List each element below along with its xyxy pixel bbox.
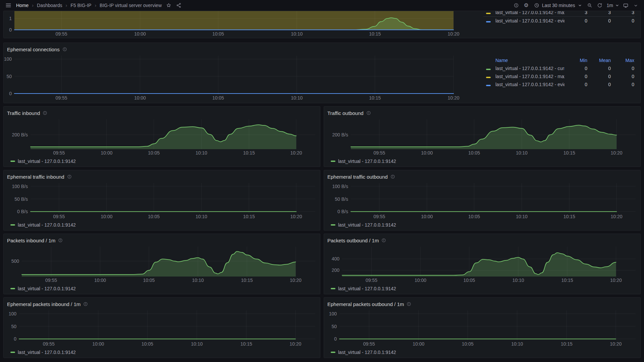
x-tick-label: 10:00: [134, 31, 146, 37]
ephemeral-traffic-outbound-panel: Ephemeral traffic outbound100 B/s50 B/s0…: [324, 170, 641, 231]
ephemeral-connections-chart[interactable]: 10050009:5510:0010:0510:1010:1510:20: [4, 53, 460, 103]
ephemeral-traffic-inbound-chart[interactable]: 100 B/s50 B/s0 B/s09:5510:0010:0510:1010…: [4, 180, 320, 221]
panel-info-icon: [67, 174, 72, 179]
y-tick-label: 200 B/s: [332, 132, 348, 137]
share-button[interactable]: [174, 1, 184, 10]
x-tick-label: 10:20: [447, 95, 459, 101]
legend-item[interactable]: last_virtual - 127.0.0.1:9142: [331, 286, 396, 291]
legend-header-name[interactable]: Name: [495, 58, 565, 63]
x-tick-label: 10:05: [462, 341, 474, 347]
panel-info-icon: [62, 47, 67, 52]
legend-item[interactable]: last_virtual - 127.0.0.1:9142: [331, 222, 396, 228]
x-tick-label: 10:05: [148, 150, 160, 156]
legend-series-name[interactable]: last_virtual - 127.0.0.1:9142 - maximum: [495, 74, 565, 79]
legend-item[interactable]: last_virtual - 127.0.0.1:9142: [331, 159, 396, 164]
panel-header: Packets inbound / 1m: [4, 234, 320, 244]
traffic-inbound-legend: last_virtual - 127.0.0.1:9142: [4, 159, 320, 164]
y-tick-label: 100: [4, 56, 12, 62]
legend-item[interactable]: last_virtual - 127.0.0.1:9142: [10, 286, 76, 291]
refresh-button[interactable]: [595, 1, 605, 10]
ephemeral-packets-outbound-1m-chart[interactable]: 10050009:5510:0010:0510:1010:1510:20: [324, 308, 640, 348]
nav-more-button[interactable]: [631, 1, 641, 10]
dashboard-info-button[interactable]: [511, 1, 521, 10]
legend-header-max[interactable]: Max: [611, 58, 635, 63]
x-tick-label: 10:20: [290, 150, 302, 156]
traffic-outbound-title[interactable]: Traffic outbound: [327, 110, 364, 116]
traffic-inbound-chart[interactable]: 200 B/s09:5510:0010:0510:1010:1510:20: [4, 117, 320, 157]
panel-info-button[interactable]: [58, 238, 63, 243]
x-tick-label: 10:20: [290, 214, 302, 219]
legend-series-name[interactable]: last_virtual - 127.0.0.1:9142 - current: [495, 66, 565, 71]
refresh-interval-picker[interactable]: 1m: [605, 1, 621, 10]
x-tick-label: 10:05: [148, 214, 160, 219]
legend-item[interactable]: last_virtual - 127.0.0.1:9142: [331, 350, 396, 355]
legend-series-name: last_virtual - 127.0.0.1:9142: [18, 222, 76, 228]
ephemeral-packets-inbound-1m-title[interactable]: Ephemeral packets inbound / 1m: [7, 301, 80, 307]
clock-icon: [534, 3, 539, 8]
packets-outbound-1m-chart[interactable]: 40020009:5510:0010:0510:1010:1510:20: [324, 244, 640, 284]
legend-header-mean[interactable]: Mean: [588, 58, 611, 63]
panel-header: Traffic inbound: [4, 107, 320, 117]
legend-header-row: NameMinMeanMax: [483, 56, 635, 64]
menu-toggle-button[interactable]: [3, 1, 13, 10]
x-tick-label: 10:05: [143, 278, 155, 283]
panel-info-button[interactable]: [43, 111, 47, 115]
legend-series-name[interactable]: last_virtual - 127.0.0.1:9142 - maximum: [495, 11, 565, 15]
packets-inbound-1m-legend: last_virtual - 127.0.0.1:9142: [4, 286, 320, 291]
ephemeral-connections-title[interactable]: Ephemeral connections: [7, 47, 60, 52]
ephemeral-traffic-outbound-title[interactable]: Ephemeral traffic outbound: [327, 174, 388, 180]
panel-info-button[interactable]: [366, 111, 371, 115]
packets-outbound-1m-title[interactable]: Packets outbound / 1m: [327, 238, 379, 243]
ephemeral-traffic-outbound-legend: last_virtual - 127.0.0.1:9142: [324, 222, 640, 228]
x-tick-label: 10:00: [415, 278, 426, 283]
traffic-inbound-title[interactable]: Traffic inbound: [7, 110, 40, 116]
legend-series-name[interactable]: last_virtual - 127.0.0.1:9142 - evicted: [495, 18, 565, 23]
tv-mode-button[interactable]: [621, 1, 631, 10]
legend-series-name[interactable]: last_virtual - 127.0.0.1:9142 - evicted: [495, 82, 565, 87]
legend-value-max: 0: [611, 18, 635, 23]
panel-info-button[interactable]: [407, 302, 411, 306]
x-tick-label: 10:00: [413, 341, 424, 347]
panel-row-4: Ephemeral traffic inbound100 B/s50 B/s0 …: [3, 170, 641, 231]
x-tick-label: 10:15: [561, 278, 573, 283]
connections-legend-table: last_virtual - 127.0.0.1:9142 - maximum3…: [483, 11, 635, 25]
legend-series-name: last_virtual - 127.0.0.1:9142: [338, 350, 396, 355]
favorite-star-button[interactable]: [164, 1, 174, 10]
x-tick-label: 10:20: [610, 341, 622, 347]
chevron-down-icon: [615, 3, 619, 7]
series-color-swatch: [486, 85, 491, 86]
packets-inbound-1m-chart[interactable]: 50009:5510:0010:0510:1010:1510:20: [4, 244, 320, 284]
time-range-picker[interactable]: Last 30 minutes: [531, 1, 585, 10]
legend-item[interactable]: last_virtual - 127.0.0.1:9142: [10, 350, 76, 355]
ephemeral-traffic-outbound-chart[interactable]: 100 B/s50 B/s0 B/s09:5510:0010:0510:1010…: [324, 180, 640, 221]
panel-info-button[interactable]: [67, 174, 72, 179]
x-tick-label: 09:55: [45, 278, 57, 283]
breadcrumb-home[interactable]: Home: [16, 3, 29, 8]
legend-value-min: 0: [565, 74, 588, 79]
ephemeral-connections-legend-table: NameMinMeanMaxlast_virtual - 127.0.0.1:9…: [483, 56, 635, 88]
y-tick-label: 500: [11, 258, 19, 264]
legend-item[interactable]: last_virtual - 127.0.0.1:9142: [10, 222, 76, 228]
traffic-outbound-chart[interactable]: 200 B/s09:5510:0010:0510:1010:1510:20: [324, 117, 640, 157]
ephemeral-packets-inbound-1m-chart[interactable]: 10050009:5510:0010:0510:1010:1510:20: [4, 308, 320, 348]
breadcrumb-folder[interactable]: F5 BIG-IP: [70, 3, 91, 8]
breadcrumb-dashboards[interactable]: Dashboards: [37, 3, 62, 8]
packets-inbound-1m-title[interactable]: Packets inbound / 1m: [7, 238, 55, 243]
panel-info-button[interactable]: [62, 47, 67, 52]
dashboard-settings-button[interactable]: ⚙: [521, 1, 531, 10]
legend-item[interactable]: last_virtual - 127.0.0.1:9142: [10, 159, 76, 164]
panel-info-button[interactable]: [390, 174, 395, 179]
panel-info-button[interactable]: [381, 238, 386, 243]
panel-row-6: Ephemeral packets inbound / 1m10050009:5…: [3, 297, 641, 358]
x-tick-label: 10:10: [511, 341, 523, 347]
panel-header: Ephemeral packets inbound / 1m: [4, 298, 320, 308]
panel-info-icon: [390, 174, 395, 179]
legend-header-min[interactable]: Min: [565, 58, 588, 63]
x-tick-label: 10:15: [240, 341, 252, 347]
y-tick-label: 0: [14, 336, 16, 342]
connections-chart[interactable]: 1009:5510:0010:0510:1010:1510:20: [4, 11, 460, 38]
ephemeral-traffic-inbound-title[interactable]: Ephemeral traffic inbound: [7, 174, 64, 180]
panel-info-button[interactable]: [83, 302, 88, 306]
zoom-out-time-button[interactable]: [585, 1, 595, 10]
ephemeral-packets-outbound-1m-title[interactable]: Ephemeral packets outbound / 1m: [327, 301, 404, 307]
